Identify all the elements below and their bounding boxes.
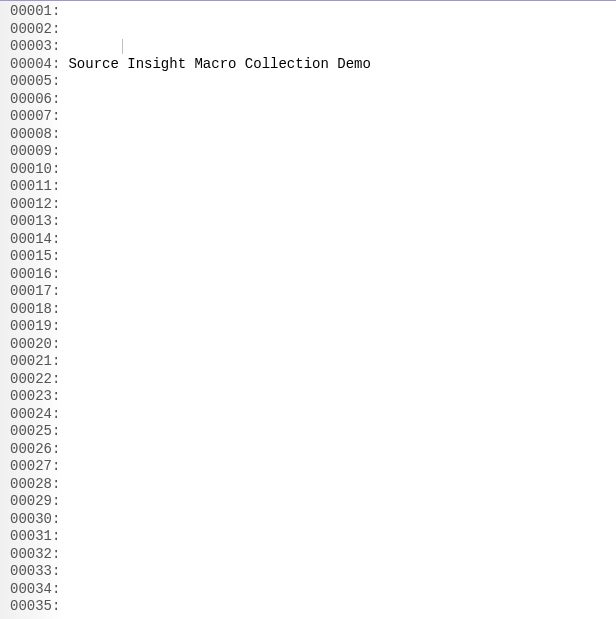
line-number: 00026: (10, 441, 60, 459)
line-number: 00022: (10, 371, 60, 389)
code-line[interactable] (68, 371, 616, 389)
line-number: 00027: (10, 458, 60, 476)
code-line[interactable] (68, 616, 616, 620)
code-line[interactable] (68, 178, 616, 196)
code-line[interactable] (68, 143, 616, 161)
line-number: 00032: (10, 546, 60, 564)
code-line[interactable] (68, 231, 616, 249)
code-line[interactable] (68, 318, 616, 336)
code-line[interactable] (68, 511, 616, 529)
line-number: 00011: (10, 178, 60, 196)
text-caret (122, 39, 123, 54)
line-number: 00028: (10, 476, 60, 494)
line-number: 00017: (10, 283, 60, 301)
line-number: 00023: (10, 388, 60, 406)
line-number: 00014: (10, 231, 60, 249)
code-line[interactable] (68, 598, 616, 616)
code-line[interactable] (68, 213, 616, 231)
line-number: 00001: (10, 3, 60, 21)
code-content[interactable]: Source Insight Macro Collection Demo (62, 1, 616, 619)
line-number: 00008: (10, 126, 60, 144)
code-line[interactable] (68, 196, 616, 214)
code-editor: 00001:00002:00003:00004:00005:00006:0000… (0, 0, 616, 619)
code-line[interactable] (68, 248, 616, 266)
line-number: 00025: (10, 423, 60, 441)
code-line[interactable] (68, 458, 616, 476)
line-number: 00019: (10, 318, 60, 336)
code-line[interactable] (68, 406, 616, 424)
code-line[interactable] (68, 108, 616, 126)
code-line[interactable] (68, 546, 616, 564)
code-line[interactable] (68, 476, 616, 494)
line-number: 00020: (10, 336, 60, 354)
code-area[interactable]: 00001:00002:00003:00004:00005:00006:0000… (0, 1, 616, 619)
line-number: 00021: (10, 353, 60, 371)
line-number: 00004: (10, 56, 60, 74)
code-line[interactable] (68, 528, 616, 546)
line-number: 00009: (10, 143, 60, 161)
line-number: 00031: (10, 528, 60, 546)
line-number: 00007: (10, 108, 60, 126)
line-number: 00016: (10, 266, 60, 284)
line-number-gutter: 00001:00002:00003:00004:00005:00006:0000… (0, 1, 62, 619)
line-number: 00005: (10, 73, 60, 91)
code-line[interactable] (68, 266, 616, 284)
code-line[interactable] (68, 563, 616, 581)
line-number: 00029: (10, 493, 60, 511)
line-number: 00012: (10, 196, 60, 214)
line-number: 00035: (10, 598, 60, 616)
line-number: 00033: (10, 563, 60, 581)
code-line[interactable] (68, 388, 616, 406)
line-number: 00010: (10, 161, 60, 179)
line-number: 00018: (10, 301, 60, 319)
code-line[interactable]: Source Insight Macro Collection Demo (68, 56, 616, 74)
code-line[interactable] (68, 336, 616, 354)
line-number: 00034: (10, 581, 60, 599)
line-number: 00024: (10, 406, 60, 424)
line-number: 00015: (10, 248, 60, 266)
code-line[interactable] (68, 441, 616, 459)
line-number: 00002: (10, 21, 60, 39)
code-line[interactable] (68, 301, 616, 319)
code-line[interactable] (68, 493, 616, 511)
code-line[interactable] (68, 73, 616, 91)
code-line[interactable] (68, 423, 616, 441)
code-line[interactable] (68, 126, 616, 144)
line-number: 00003: (10, 38, 60, 56)
code-line[interactable] (68, 283, 616, 301)
line-number: 00006: (10, 91, 60, 109)
line-number: 00013: (10, 213, 60, 231)
code-line[interactable] (68, 91, 616, 109)
code-line[interactable] (68, 353, 616, 371)
code-line[interactable] (68, 581, 616, 599)
code-line[interactable] (68, 161, 616, 179)
line-number: 00030: (10, 511, 60, 529)
